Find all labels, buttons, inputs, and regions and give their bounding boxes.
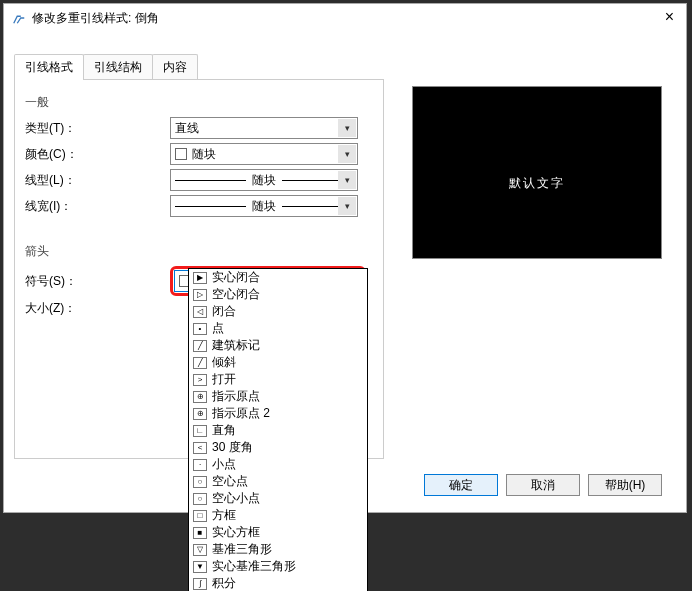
dropdown-item[interactable]: ■实心方框 xyxy=(189,524,367,541)
dropdown-item[interactable]: ·小点 xyxy=(189,456,367,473)
dropdown-item-label: 点 xyxy=(212,320,224,337)
chevron-down-icon: ▾ xyxy=(338,119,356,137)
label-type: 类型(T)： xyxy=(25,120,170,137)
titlebar: 修改多重引线样式: 倒角 × xyxy=(4,4,686,32)
dropdown-item-label: 空心小点 xyxy=(212,490,260,507)
dropdown-item-label: 实心基准三角形 xyxy=(212,558,296,575)
dropdown-item[interactable]: □方框 xyxy=(189,507,367,524)
arrowhead-icon: • xyxy=(193,323,207,335)
dropdown-item[interactable]: <30 度角 xyxy=(189,439,367,456)
dropdown-item[interactable]: >打开 xyxy=(189,371,367,388)
color-dropdown[interactable]: 随块 ▾ xyxy=(170,143,358,165)
preview-text: 默认文字 xyxy=(509,149,565,197)
dropdown-item-label: 30 度角 xyxy=(212,439,253,456)
dropdown-item[interactable]: ⊕指示原点 2 xyxy=(189,405,367,422)
tab-leader-structure[interactable]: 引线结构 xyxy=(83,54,153,80)
arrowhead-icon: ○ xyxy=(193,493,207,505)
dropdown-item[interactable]: ◁闭合 xyxy=(189,303,367,320)
preview-pane: 默认文字 xyxy=(412,86,662,259)
close-button[interactable]: × xyxy=(665,8,674,26)
type-dropdown[interactable]: 直线 ▾ xyxy=(170,117,358,139)
arrowhead-icon: ○ xyxy=(193,476,207,488)
row-color: 颜色(C)： 随块 ▾ xyxy=(25,143,373,165)
dropdown-item[interactable]: ╱倾斜 xyxy=(189,354,367,371)
dropdown-item[interactable]: ▽基准三角形 xyxy=(189,541,367,558)
dropdown-item-label: 闭合 xyxy=(212,303,236,320)
dropdown-item[interactable]: ○空心点 xyxy=(189,473,367,490)
dropdown-item[interactable]: ⊕指示原点 xyxy=(189,388,367,405)
dropdown-item-label: 积分 xyxy=(212,575,236,591)
arrowhead-icon: ∫ xyxy=(193,578,207,590)
dropdown-item-label: 实心方框 xyxy=(212,524,260,541)
dropdown-item[interactable]: ╱建筑标记 xyxy=(189,337,367,354)
dropdown-item-label: 基准三角形 xyxy=(212,541,272,558)
color-swatch-icon xyxy=(175,148,187,160)
dropdown-item-label: 指示原点 xyxy=(212,388,260,405)
lineweight-dropdown[interactable]: 随块 ▾ xyxy=(170,195,358,217)
dropdown-item[interactable]: ▼实心基准三角形 xyxy=(189,558,367,575)
linetype-dropdown[interactable]: 随块 ▾ xyxy=(170,169,358,191)
dropdown-item-label: 空心闭合 xyxy=(212,286,260,303)
dropdown-item-label: 直角 xyxy=(212,422,236,439)
arrowhead-icon: ▼ xyxy=(193,561,207,573)
arrowhead-icon: ▶ xyxy=(193,272,207,284)
arrowhead-icon: ╱ xyxy=(193,340,207,352)
arrowhead-icon: > xyxy=(193,374,207,386)
chevron-down-icon: ▾ xyxy=(338,145,356,163)
arrowhead-icon: □ xyxy=(193,510,207,522)
tab-bar: 引线格式 引线结构 内容 xyxy=(14,54,676,80)
dropdown-item-label: 指示原点 2 xyxy=(212,405,270,422)
row-lineweight: 线宽(I)： 随块 ▾ xyxy=(25,195,373,217)
tab-content[interactable]: 内容 xyxy=(152,54,198,80)
dialog-buttons: 确定 取消 帮助(H) xyxy=(424,474,662,496)
cancel-button[interactable]: 取消 xyxy=(506,474,580,496)
arrowhead-icon: ╱ xyxy=(193,357,207,369)
dropdown-item-label: 方框 xyxy=(212,507,236,524)
label-lineweight: 线宽(I)： xyxy=(25,198,170,215)
row-type: 类型(T)： 直线 ▾ xyxy=(25,117,373,139)
arrowhead-icon: ▷ xyxy=(193,289,207,301)
symbol-dropdown-list[interactable]: ▶实心闭合▷空心闭合◁闭合•点╱建筑标记╱倾斜>打开⊕指示原点⊕指示原点 2∟直… xyxy=(188,268,368,591)
arrowhead-icon: · xyxy=(193,459,207,471)
arrowhead-icon: ⊕ xyxy=(193,408,207,420)
label-color: 颜色(C)： xyxy=(25,146,170,163)
arrowhead-icon: ∟ xyxy=(193,425,207,437)
ok-button[interactable]: 确定 xyxy=(424,474,498,496)
arrowhead-icon: ⊕ xyxy=(193,391,207,403)
linetype-preview-icon: 随块 xyxy=(175,172,353,189)
label-linetype: 线型(L)： xyxy=(25,172,170,189)
dropdown-item[interactable]: ▶实心闭合 xyxy=(189,269,367,286)
group-arrow-label: 箭头 xyxy=(25,243,373,260)
dropdown-item[interactable]: •点 xyxy=(189,320,367,337)
chevron-down-icon: ▾ xyxy=(338,197,356,215)
dropdown-item[interactable]: ∟直角 xyxy=(189,422,367,439)
group-general-label: 一般 xyxy=(25,94,373,111)
window-title: 修改多重引线样式: 倒角 xyxy=(32,10,678,27)
dropdown-item-label: 建筑标记 xyxy=(212,337,260,354)
dropdown-item-label: 小点 xyxy=(212,456,236,473)
color-value: 随块 xyxy=(192,146,216,163)
lineweight-preview-icon: 随块 xyxy=(175,198,353,215)
help-button[interactable]: 帮助(H) xyxy=(588,474,662,496)
dropdown-item-label: 实心闭合 xyxy=(212,269,260,286)
arrowhead-icon: ▽ xyxy=(193,544,207,556)
dropdown-item[interactable]: ∫积分 xyxy=(189,575,367,591)
arrowhead-icon: < xyxy=(193,442,207,454)
arrowhead-icon: ■ xyxy=(193,527,207,539)
row-linetype: 线型(L)： 随块 ▾ xyxy=(25,169,373,191)
app-icon xyxy=(12,11,26,25)
dropdown-item-label: 空心点 xyxy=(212,473,248,490)
label-size: 大小(Z)： xyxy=(25,300,170,317)
chevron-down-icon: ▾ xyxy=(338,171,356,189)
label-symbol: 符号(S)： xyxy=(25,273,170,290)
dropdown-item[interactable]: ○空心小点 xyxy=(189,490,367,507)
type-value: 直线 xyxy=(175,120,199,137)
tab-leader-format[interactable]: 引线格式 xyxy=(14,54,84,80)
arrowhead-icon: ◁ xyxy=(193,306,207,318)
dropdown-item[interactable]: ▷空心闭合 xyxy=(189,286,367,303)
dropdown-item-label: 倾斜 xyxy=(212,354,236,371)
dropdown-item-label: 打开 xyxy=(212,371,236,388)
